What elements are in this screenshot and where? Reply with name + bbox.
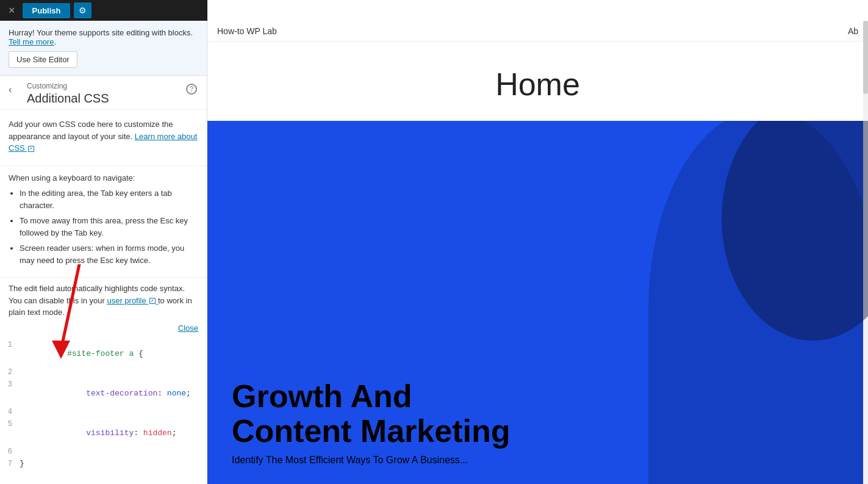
code-editor[interactable]: 1 #site-footer a { 2 3 text-decoration: …	[0, 338, 207, 485]
help-button[interactable]: ?	[185, 82, 198, 96]
external-link-icon	[28, 146, 34, 152]
customizing-header: ‹ Customizing Additional CSS ?	[0, 76, 207, 110]
external-link-icon	[149, 298, 156, 304]
close-row: Close	[0, 319, 207, 338]
code-line-7: 7 }	[0, 459, 207, 471]
hero-text-container: Growth And Content Marketing Identify Th…	[232, 379, 844, 466]
section-heading: Customizing Additional CSS	[27, 82, 109, 106]
gear-icon: ⚙	[79, 5, 87, 15]
customizing-label: Customizing	[27, 82, 109, 90]
top-bar: × Publish ⚙	[0, 0, 207, 21]
code-line-2: 2	[0, 367, 207, 380]
publish-button[interactable]: Publish	[23, 3, 71, 18]
main-layout: Hurray! Your theme supports site editing…	[0, 0, 868, 484]
close-button[interactable]: Close	[178, 323, 198, 333]
site-editor-message: Hurray! Your theme supports site editing…	[9, 28, 198, 46]
sidebar: Hurray! Your theme supports site editing…	[0, 21, 207, 484]
section-title: Additional CSS	[27, 92, 109, 105]
close-window-button[interactable]: ×	[5, 4, 19, 17]
person-shape	[722, 121, 868, 341]
code-line-4: 4	[0, 407, 207, 419]
settings-button[interactable]: ⚙	[74, 2, 91, 18]
hero-heading: Growth And Content Marketing	[232, 379, 844, 449]
hero-banner: Growth And Content Marketing Identify Th…	[207, 121, 868, 484]
use-site-editor-button[interactable]: Use Site Editor	[9, 51, 77, 68]
scrollbar-thumb[interactable]	[863, 21, 868, 94]
code-line-1: 1 #site-footer a {	[0, 340, 207, 367]
preview-pane: How-to WP Lab Ab Home Growth And Content…	[207, 21, 868, 484]
help-icon: ?	[186, 84, 197, 95]
preview-content: Home Growth And Content Marketing Identi…	[207, 42, 868, 484]
tell-me-more-link[interactable]: Tell me more	[9, 37, 54, 46]
code-line-6: 6	[0, 447, 207, 459]
edit-field-info: The edit field automatically highlights …	[0, 278, 207, 319]
home-page-title: Home	[207, 42, 868, 121]
keyboard-nav-title: When using a keyboard to navigate:	[9, 172, 198, 184]
code-line-5: 5 visibility: hidden;	[0, 419, 207, 447]
close-icon: ×	[9, 4, 15, 16]
keyboard-nav-info: When using a keyboard to navigate: In th…	[0, 166, 207, 278]
hero-subtitle: Identify The Most Efficient Ways To Grow…	[232, 455, 844, 466]
list-item: Screen reader users: when in forms mode,…	[20, 242, 198, 266]
preview-topbar: How-to WP Lab Ab	[207, 21, 868, 42]
preview-ab-label: Ab	[848, 26, 858, 36]
keyboard-nav-list: In the editing area, the Tab key enters …	[9, 187, 198, 266]
css-info: Add your own CSS code here to customize …	[0, 110, 207, 166]
list-item: To move away from this area, press the E…	[20, 215, 198, 239]
user-profile-link[interactable]: user profile	[107, 296, 158, 305]
code-line-3: 3 text-decoration: none;	[0, 380, 207, 407]
preview-site-name: How-to WP Lab	[217, 26, 277, 36]
list-item: In the editing area, the Tab key enters …	[20, 187, 198, 211]
back-button[interactable]: ‹	[6, 83, 14, 96]
site-editor-banner: Hurray! Your theme supports site editing…	[0, 21, 207, 76]
css-description: Add your own CSS code here to customize …	[9, 118, 198, 154]
